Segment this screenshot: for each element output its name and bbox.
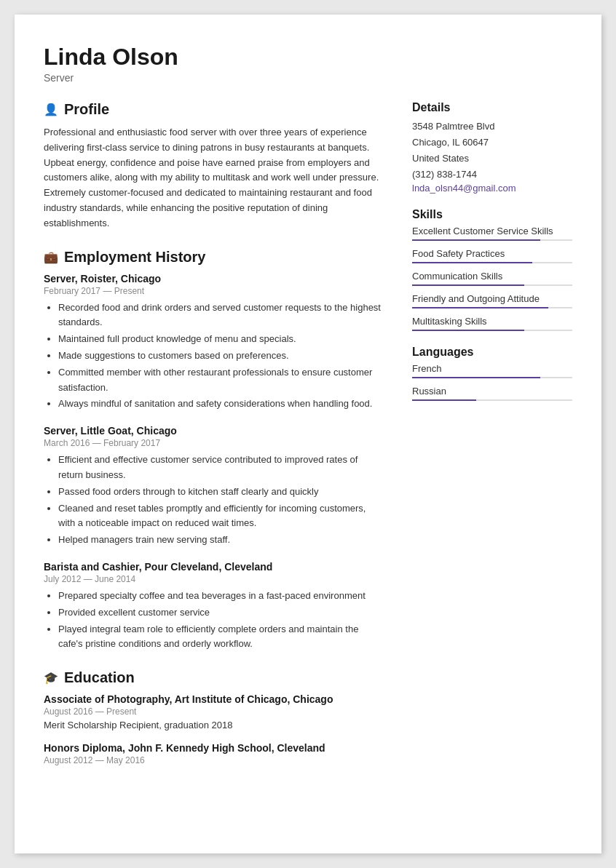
lang-bar-bg-0	[412, 377, 572, 378]
skill-bar-fill-3	[412, 307, 548, 308]
bullet: Maintained full product knowledge of men…	[58, 332, 383, 347]
candidate-title: Server	[44, 72, 572, 84]
lang-name-1: Russian	[412, 386, 572, 397]
employment-icon: 💼	[44, 250, 58, 264]
details-email: lnda_olsn44@gmail.com	[412, 183, 572, 194]
skills-title: Skills	[412, 208, 572, 221]
skill-name-1: Food Safety Practices	[412, 248, 572, 259]
skill-name-3: Friendly and Outgoing Attitude	[412, 293, 572, 304]
lang-bar-fill-1	[412, 399, 476, 401]
bullet: Prepared specialty coffee and tea bevera…	[58, 589, 383, 604]
bullet: Committed member with other restaurant p…	[58, 365, 383, 396]
skill-item-3: Friendly and Outgoing Attitude	[412, 293, 572, 308]
job-date-3: July 2012 — June 2014	[44, 574, 383, 584]
job-bullets-3: Prepared specialty coffee and tea bevera…	[44, 589, 383, 652]
profile-section: 👤 Profile Professional and enthusiastic …	[44, 101, 383, 231]
skill-bar-bg-2	[412, 284, 572, 286]
skills-section: Skills Excellent Customer Service Skills…	[412, 208, 572, 331]
skill-item-0: Excellent Customer Service Skills	[412, 226, 572, 241]
profile-header: 👤 Profile	[44, 101, 383, 118]
job-bullets-2: Efficient and effective customer service…	[44, 453, 383, 548]
main-layout: 👤 Profile Professional and enthusiastic …	[44, 101, 572, 783]
edu-entry-2: Honors Diploma, John F. Kennedy High Sch…	[44, 742, 383, 765]
details-title: Details	[412, 101, 572, 114]
skill-bar-fill-1	[412, 262, 532, 263]
bullet: Provided excellent customer service	[58, 605, 383, 621]
bullet: Efficient and effective customer service…	[58, 453, 383, 483]
edu-title-2: Honors Diploma, John F. Kennedy High Sch…	[44, 742, 383, 754]
lang-bar-bg-1	[412, 399, 572, 401]
skill-name-0: Excellent Customer Service Skills	[412, 226, 572, 236]
details-address1: 3548 Palmtree Blvd	[412, 119, 572, 135]
skill-bar-fill-0	[412, 239, 540, 241]
edu-note-1: Merit Scholarship Recipient, graduation …	[44, 720, 383, 730]
education-icon: 🎓	[44, 671, 58, 685]
resume-page: Linda Olson Server 👤 Profile Professiona…	[15, 15, 601, 853]
skill-bar-bg-3	[412, 307, 572, 308]
skill-name-4: Multitasking Skills	[412, 316, 572, 327]
education-header: 🎓 Education	[44, 669, 383, 686]
skill-name-2: Communication Skills	[412, 271, 572, 282]
bullet: Passed food orders through to kitchen st…	[58, 485, 383, 500]
bullet: Recorded food and drink orders and serve…	[58, 300, 383, 331]
skill-item-2: Communication Skills	[412, 271, 572, 286]
bullet: Helped managers train new serving staff.	[58, 533, 383, 548]
bullet: Made suggestions to customers based on p…	[58, 349, 383, 364]
skill-bar-bg-4	[412, 330, 572, 331]
lang-item-0: French	[412, 363, 572, 378]
skill-bar-fill-4	[412, 330, 524, 331]
details-address2: Chicago, IL 60647	[412, 135, 572, 151]
skill-item-1: Food Safety Practices	[412, 248, 572, 263]
skill-bar-fill-2	[412, 284, 524, 286]
job-entry-2: Server, Little Goat, Chicago March 2016 …	[44, 425, 383, 548]
candidate-name: Linda Olson	[44, 44, 572, 71]
edu-title-1: Associate of Photography, Art Institute …	[44, 693, 383, 705]
profile-text: Professional and enthusiastic food serve…	[44, 125, 383, 231]
skill-bar-bg-0	[412, 239, 572, 241]
bullet: Cleaned and reset tables promptly and ef…	[58, 501, 383, 532]
job-title-2: Server, Little Goat, Chicago	[44, 425, 383, 437]
employment-section: 💼 Employment History Server, Roister, Ch…	[44, 249, 383, 653]
education-title: Education	[64, 669, 135, 686]
employment-title: Employment History	[64, 249, 205, 266]
profile-icon: 👤	[44, 103, 58, 116]
right-column: Details 3548 Palmtree Blvd Chicago, IL 6…	[412, 101, 572, 783]
job-date-2: March 2016 — February 2017	[44, 438, 383, 448]
details-address3: United States	[412, 151, 572, 167]
details-section: Details 3548 Palmtree Blvd Chicago, IL 6…	[412, 101, 572, 194]
languages-section: Languages French Russian	[412, 346, 572, 401]
job-date-1: February 2017 — Present	[44, 286, 383, 296]
lang-name-0: French	[412, 363, 572, 374]
profile-title: Profile	[64, 101, 109, 118]
job-entry-1: Server, Roister, Chicago February 2017 —…	[44, 273, 383, 413]
details-phone: (312) 838-1744	[412, 167, 572, 183]
left-column: 👤 Profile Professional and enthusiastic …	[44, 101, 383, 783]
job-title-3: Barista and Cashier, Pour Cleveland, Cle…	[44, 561, 383, 573]
job-title-1: Server, Roister, Chicago	[44, 273, 383, 284]
bullet: Played integral team role to efficiently…	[58, 622, 383, 653]
education-section: 🎓 Education Associate of Photography, Ar…	[44, 669, 383, 765]
bullet: Always mindful of sanitation and safety …	[58, 397, 383, 412]
job-entry-3: Barista and Cashier, Pour Cleveland, Cle…	[44, 561, 383, 652]
edu-date-2: August 2012 — May 2016	[44, 755, 383, 765]
lang-item-1: Russian	[412, 386, 572, 401]
skill-item-4: Multitasking Skills	[412, 316, 572, 331]
lang-bar-fill-0	[412, 377, 540, 378]
employment-header: 💼 Employment History	[44, 249, 383, 266]
edu-date-1: August 2016 — Present	[44, 706, 383, 717]
skill-bar-bg-1	[412, 262, 572, 263]
edu-entry-1: Associate of Photography, Art Institute …	[44, 693, 383, 730]
job-bullets-1: Recorded food and drink orders and serve…	[44, 300, 383, 413]
languages-title: Languages	[412, 346, 572, 359]
header-section: Linda Olson Server	[44, 44, 572, 84]
